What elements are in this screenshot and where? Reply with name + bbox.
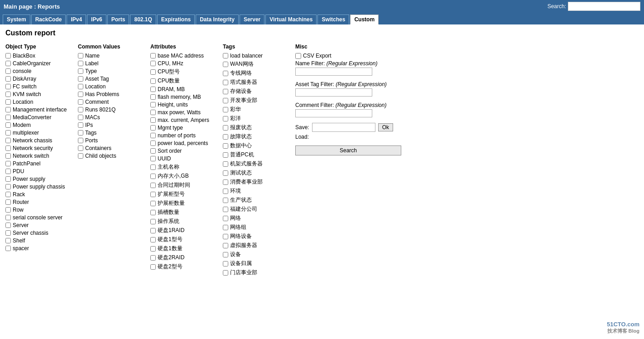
item-checkbox[interactable] <box>223 134 228 140</box>
item-checkbox[interactable] <box>223 189 228 194</box>
item-checkbox[interactable] <box>223 125 228 131</box>
item-checkbox[interactable] <box>150 140 156 146</box>
item-checkbox[interactable] <box>150 69 156 75</box>
item-checkbox[interactable] <box>5 184 11 189</box>
tab-custom[interactable]: Custom <box>350 15 379 24</box>
item-checkbox[interactable] <box>223 89 228 94</box>
item-checkbox[interactable] <box>150 125 156 131</box>
save-input[interactable] <box>312 123 375 132</box>
item-checkbox[interactable] <box>78 130 83 136</box>
tab-ipv4[interactable]: IPv4 <box>67 15 86 24</box>
item-checkbox[interactable] <box>150 228 156 233</box>
item-checkbox[interactable] <box>5 192 11 197</box>
item-checkbox[interactable] <box>78 61 83 66</box>
tab-ports[interactable]: Ports <box>107 15 130 24</box>
item-checkbox[interactable] <box>150 237 156 242</box>
item-checkbox[interactable] <box>150 246 156 252</box>
item-checkbox[interactable] <box>78 122 83 128</box>
item-checkbox[interactable] <box>150 87 156 92</box>
item-checkbox[interactable] <box>5 230 11 236</box>
item-checkbox[interactable] <box>5 223 11 228</box>
item-checkbox[interactable] <box>150 94 156 100</box>
item-checkbox[interactable] <box>78 53 83 58</box>
item-checkbox[interactable] <box>78 76 83 82</box>
item-checkbox[interactable] <box>5 238 11 243</box>
item-checkbox[interactable] <box>223 53 228 58</box>
item-checkbox[interactable] <box>223 161 228 167</box>
item-checkbox[interactable] <box>5 84 11 89</box>
item-checkbox[interactable] <box>5 61 11 66</box>
item-checkbox[interactable] <box>223 252 228 257</box>
item-checkbox[interactable] <box>5 199 11 205</box>
tab-rackcode[interactable]: RackCode <box>31 15 66 24</box>
item-checkbox[interactable] <box>223 71 228 76</box>
item-checkbox[interactable] <box>5 153 11 159</box>
item-checkbox[interactable] <box>5 176 11 182</box>
item-checkbox[interactable] <box>150 110 156 115</box>
ok-button[interactable]: Ok <box>378 123 393 131</box>
item-checkbox[interactable] <box>150 133 156 138</box>
item-checkbox[interactable] <box>78 107 83 112</box>
item-checkbox[interactable] <box>150 156 156 161</box>
item-checkbox[interactable] <box>223 62 228 67</box>
item-checkbox[interactable] <box>5 161 11 166</box>
item-checkbox[interactable] <box>78 84 83 89</box>
item-checkbox[interactable] <box>150 148 156 154</box>
item-checkbox[interactable] <box>5 169 11 174</box>
item-checkbox[interactable] <box>150 117 156 123</box>
tab-ipv6[interactable]: IPv6 <box>87 15 106 24</box>
tab-server[interactable]: Server <box>240 15 264 24</box>
item-checkbox[interactable] <box>150 102 156 107</box>
item-checkbox[interactable] <box>223 179 228 185</box>
item-checkbox[interactable] <box>150 255 156 261</box>
item-checkbox[interactable] <box>150 201 156 206</box>
item-checkbox[interactable] <box>5 53 11 58</box>
item-checkbox[interactable] <box>5 76 11 82</box>
item-checkbox[interactable] <box>223 261 228 266</box>
item-checkbox[interactable] <box>150 183 156 188</box>
item-checkbox[interactable] <box>223 225 228 230</box>
item-checkbox[interactable] <box>5 68 11 74</box>
item-checkbox[interactable] <box>5 207 11 213</box>
search-button[interactable]: Search <box>295 145 401 155</box>
asset-tag-filter-input[interactable] <box>295 88 372 97</box>
item-checkbox[interactable] <box>223 216 228 221</box>
item-checkbox[interactable] <box>5 107 11 112</box>
item-checkbox[interactable] <box>5 246 11 251</box>
item-checkbox[interactable] <box>150 61 156 66</box>
item-checkbox[interactable] <box>78 145 83 151</box>
item-checkbox[interactable] <box>5 130 11 136</box>
item-checkbox[interactable] <box>5 99 11 105</box>
item-checkbox[interactable] <box>150 210 156 215</box>
tab-expirations[interactable]: Expirations <box>157 15 195 24</box>
item-checkbox[interactable] <box>78 92 83 97</box>
tab-data-integrity[interactable]: Data Integrity <box>196 15 239 24</box>
item-checkbox[interactable] <box>223 170 228 176</box>
item-checkbox[interactable] <box>223 243 228 248</box>
item-checkbox[interactable] <box>78 99 83 105</box>
item-checkbox[interactable] <box>223 107 228 112</box>
tab-virtual-machines[interactable]: Virtual Machines <box>265 15 317 24</box>
item-checkbox[interactable] <box>5 92 11 97</box>
tab-switches[interactable]: Switches <box>317 15 349 24</box>
item-checkbox[interactable] <box>150 165 156 170</box>
item-checkbox[interactable] <box>5 122 11 128</box>
item-checkbox[interactable] <box>5 215 11 220</box>
csv-export-checkbox[interactable] <box>295 53 301 59</box>
item-checkbox[interactable] <box>5 138 11 143</box>
item-checkbox[interactable] <box>223 207 228 212</box>
item-checkbox[interactable] <box>223 198 228 203</box>
item-checkbox[interactable] <box>5 145 11 151</box>
tab-system[interactable]: System <box>3 15 30 24</box>
item-checkbox[interactable] <box>223 152 228 158</box>
item-checkbox[interactable] <box>150 78 156 84</box>
name-filter-input[interactable] <box>295 68 372 76</box>
item-checkbox[interactable] <box>78 153 83 159</box>
item-checkbox[interactable] <box>223 143 228 149</box>
tab-802.1q[interactable]: 802.1Q <box>130 15 156 24</box>
item-checkbox[interactable] <box>78 138 83 143</box>
item-checkbox[interactable] <box>223 116 228 121</box>
item-checkbox[interactable] <box>150 264 156 270</box>
item-checkbox[interactable] <box>223 80 228 85</box>
comment-filter-input[interactable] <box>295 109 372 117</box>
